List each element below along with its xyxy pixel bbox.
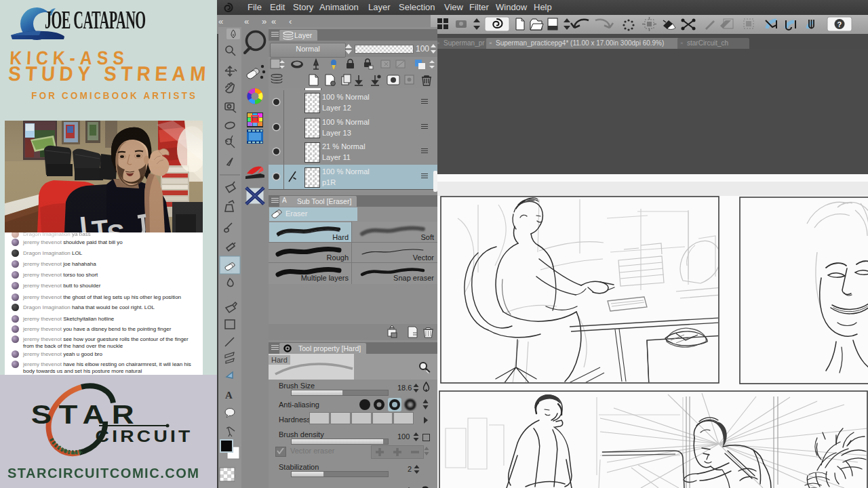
svg-text:CIRCUIT: CIRCUIT [96,428,193,445]
svg-text:Soft: Soft [420,233,434,241]
svg-text:Hard: Hard [332,233,349,241]
svg-text:A: A [225,390,233,401]
svg-text:Vector: Vector [413,253,435,262]
svg-text:Multiple layers: Multiple layers [301,274,349,282]
svg-text:Snap eraser: Snap eraser [393,274,434,282]
svg-text:?: ? [837,20,842,28]
svg-text:STAR: STAR [31,399,142,429]
svg-text:Rough: Rough [327,253,349,262]
